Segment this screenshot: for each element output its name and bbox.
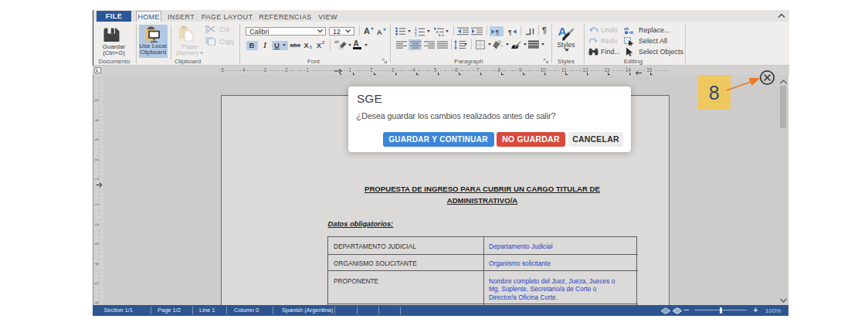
svg-text:¶: ¶ <box>508 29 512 36</box>
svg-text:¶: ¶ <box>495 29 499 36</box>
svg-text:3: 3 <box>415 33 417 36</box>
svg-text:ab: ab <box>334 39 339 44</box>
svg-text:ab: ab <box>624 26 629 31</box>
